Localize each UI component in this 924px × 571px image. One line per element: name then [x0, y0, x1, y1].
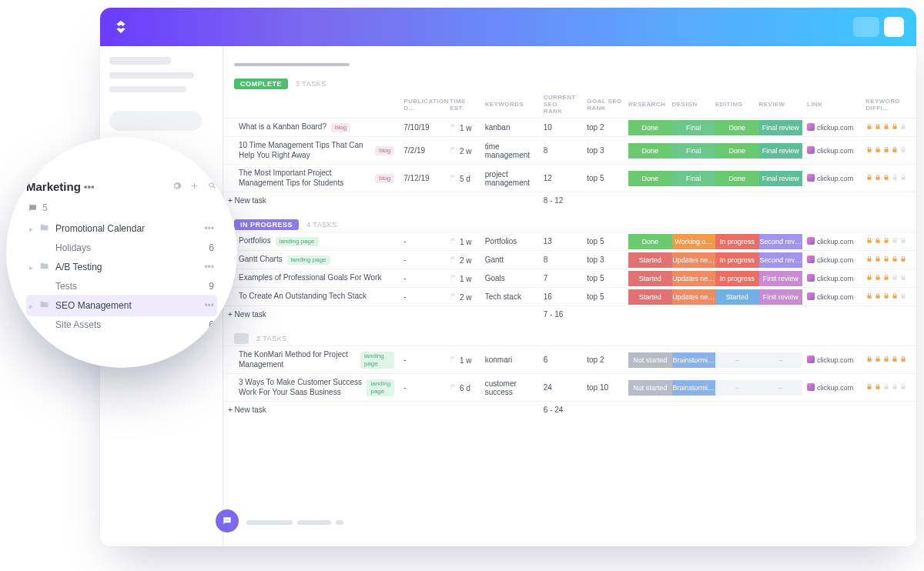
status-cell[interactable]: Final review — [759, 143, 803, 159]
cell-time-est[interactable]: 2 w — [445, 288, 480, 306]
status-cell[interactable]: – — [759, 352, 803, 368]
cell-time-est[interactable]: 2 w — [445, 251, 480, 269]
cell-date[interactable]: 7/12/19 — [399, 165, 445, 192]
status-cell[interactable]: Not started — [628, 352, 672, 368]
new-task-button[interactable]: + New task — [223, 192, 399, 209]
more-icon[interactable]: ••• — [204, 262, 214, 272]
status-cell[interactable]: Final review — [759, 171, 803, 186]
cell-time-est[interactable]: 6 d — [445, 374, 480, 402]
status-cell[interactable]: Done — [628, 171, 672, 186]
status-cell[interactable]: Done — [628, 234, 672, 249]
cell-goal-rank[interactable]: top 5 — [582, 165, 628, 192]
status-cell[interactable]: Final — [672, 171, 716, 186]
cell-current-rank[interactable]: 16 — [539, 288, 583, 306]
chat-fab[interactable] — [216, 509, 239, 533]
gear-icon[interactable] — [172, 181, 182, 193]
cell-goal-rank[interactable]: top 3 — [582, 251, 628, 269]
status-cell[interactable]: Done — [715, 143, 759, 159]
status-cell[interactable]: – — [715, 380, 759, 396]
cell-time-est[interactable]: 1 w — [445, 119, 480, 137]
cell-difficulty[interactable] — [861, 269, 916, 288]
cell-keywords[interactable]: project management — [480, 165, 539, 192]
cell-current-rank[interactable]: 10 — [539, 119, 583, 137]
task-name[interactable]: To Create An Outstanding Tech Stack — [228, 292, 394, 302]
task-name[interactable]: Portfolios landing page — [228, 236, 394, 246]
sidebar-folder[interactable]: ▸Promotional Calendar••• — [26, 218, 217, 239]
more-icon[interactable]: ••• — [84, 181, 95, 192]
task-name[interactable]: Examples of Professional Goals For Work — [228, 273, 394, 283]
table-row[interactable]: 10 Time Management Tips That Can Help Yo… — [223, 137, 916, 165]
status-cell[interactable]: Working o… — [672, 234, 716, 249]
cell-current-rank[interactable]: 6 — [539, 346, 583, 374]
status-cell[interactable]: Started — [715, 289, 759, 305]
cell-goal-rank[interactable]: top 10 — [582, 374, 628, 402]
cell-link[interactable]: clickup.com — [807, 175, 853, 182]
task-name[interactable]: The Most Important Project Management Ti… — [228, 169, 394, 188]
cell-goal-rank[interactable]: top 5 — [582, 288, 628, 306]
cell-date[interactable]: - — [399, 288, 445, 306]
cell-keywords[interactable]: time management — [480, 137, 539, 165]
more-icon[interactable]: ••• — [204, 300, 214, 311]
cell-keywords[interactable]: Goals — [480, 269, 539, 288]
cell-keywords[interactable]: konmari — [480, 346, 539, 374]
cell-keywords[interactable]: customer success — [480, 374, 539, 402]
cell-keywords[interactable]: Gantt — [480, 251, 539, 269]
cell-difficulty[interactable] — [861, 119, 916, 137]
space-title[interactable]: Marketing ••• — [26, 180, 95, 193]
cell-difficulty[interactable] — [861, 137, 916, 165]
status-cell[interactable]: Started — [628, 289, 672, 305]
task-name[interactable]: What is a Kanban Board? blog — [228, 122, 394, 132]
cell-time-est[interactable]: 2 w — [445, 137, 480, 165]
cell-link[interactable]: clickup.com — [807, 124, 853, 132]
status-cell[interactable]: Final — [672, 143, 716, 159]
cell-link[interactable]: clickup.com — [807, 384, 853, 392]
cell-date[interactable]: - — [399, 346, 445, 374]
status-cell[interactable]: Done — [628, 143, 672, 159]
cell-date[interactable]: - — [399, 251, 445, 269]
table-row[interactable]: To Create An Outstanding Tech Stack-2 wT… — [223, 288, 916, 306]
status-cell[interactable]: Done — [715, 120, 759, 135]
cell-goal-rank[interactable]: top 3 — [582, 137, 628, 165]
status-cell[interactable]: Updates ne… — [672, 289, 716, 305]
cell-link[interactable]: clickup.com — [807, 147, 853, 155]
cell-time-est[interactable]: 1 w — [445, 346, 480, 374]
cell-current-rank[interactable]: 8 — [539, 251, 583, 269]
sidebar-item[interactable]: Holidays6 — [26, 239, 217, 256]
status-cell[interactable]: Updates ne… — [672, 271, 716, 286]
cell-difficulty[interactable] — [861, 288, 916, 306]
status-cell[interactable]: Brainstormi… — [672, 352, 716, 368]
cell-goal-rank[interactable]: top 5 — [582, 232, 628, 251]
status-cell[interactable]: Second rev… — [759, 252, 803, 268]
status-cell[interactable]: Started — [628, 252, 672, 268]
more-icon[interactable]: ••• — [204, 223, 214, 234]
cell-keywords[interactable]: Tech stack — [480, 288, 539, 306]
cell-goal-rank[interactable]: top 2 — [582, 119, 628, 137]
cell-current-rank[interactable]: 13 — [539, 232, 583, 251]
table-row[interactable]: The KonMari Method for Project Managemen… — [223, 346, 916, 374]
cell-current-rank[interactable]: 24 — [539, 374, 583, 402]
status-cell[interactable]: Not started — [628, 380, 672, 396]
status-cell[interactable]: – — [759, 380, 803, 396]
cell-time-est[interactable]: 1 w — [445, 232, 480, 251]
cell-link[interactable]: clickup.com — [807, 356, 853, 364]
status-cell[interactable]: In progress — [715, 234, 759, 249]
task-name[interactable]: Gantt Charts landing page — [228, 255, 394, 265]
table-row[interactable]: Portfolios landing page-1 wPortfolios13t… — [223, 232, 916, 251]
cell-difficulty[interactable] — [861, 346, 916, 374]
task-name[interactable]: 3 Ways To Make Customer Success Work For… — [228, 378, 394, 397]
status-cell[interactable]: In progress — [715, 252, 759, 268]
topbar-pill[interactable] — [884, 17, 904, 37]
table-row[interactable]: 3 Ways To Make Customer Success Work For… — [223, 374, 916, 402]
task-name[interactable]: 10 Time Management Tips That Can Help Yo… — [228, 141, 394, 160]
new-task-button[interactable]: + New task — [223, 306, 399, 323]
cell-date[interactable]: 7/10/19 — [399, 119, 445, 137]
horizontal-scrollbar[interactable] — [234, 63, 350, 66]
cell-time-est[interactable]: 1 w — [445, 269, 480, 288]
cell-current-rank[interactable]: 7 — [539, 269, 583, 288]
cell-date[interactable]: - — [399, 269, 445, 288]
status-cell[interactable]: Updates ne… — [672, 252, 716, 268]
sidebar-item[interactable]: Site Assets6 — [26, 316, 217, 333]
cell-goal-rank[interactable]: top 5 — [582, 269, 628, 288]
plus-icon[interactable] — [189, 181, 199, 193]
cell-link[interactable]: clickup.com — [807, 293, 853, 301]
